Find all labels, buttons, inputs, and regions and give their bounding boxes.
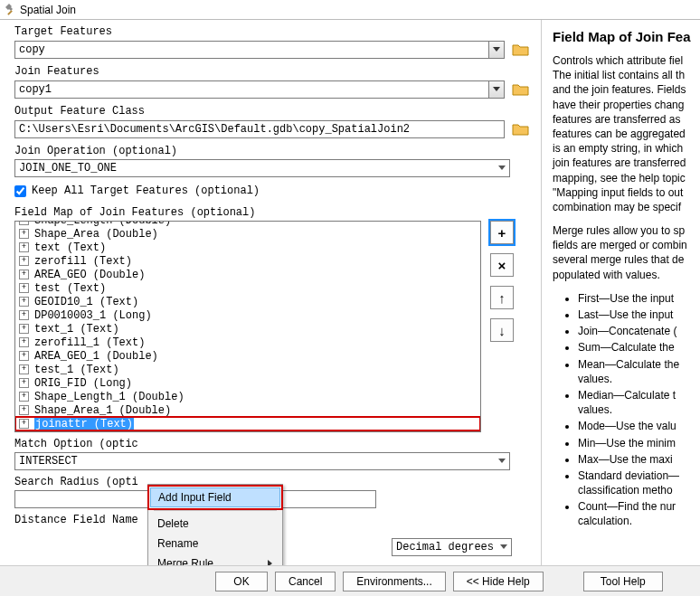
chevron-down-icon[interactable] — [494, 160, 509, 176]
help-bullet: Join—Concatenate ( — [578, 324, 695, 338]
tree-expand-icon[interactable]: + — [19, 392, 29, 402]
help-para1: Controls which attribute fiel The initia… — [553, 53, 695, 214]
units-value: Decimal degrees — [396, 541, 494, 553]
remove-field-button[interactable]: × — [490, 253, 514, 277]
label-fieldmap: Field Map of Join Features (optional) — [14, 206, 532, 219]
move-down-button[interactable]: ↓ — [490, 318, 514, 342]
browse-target-button[interactable] — [510, 40, 532, 60]
label-keep-all: Keep All Target Features (optional) — [32, 184, 260, 197]
tree-expand-icon[interactable]: + — [19, 283, 29, 293]
cm-rename[interactable]: Rename — [150, 534, 280, 553]
tree-expand-icon[interactable]: + — [19, 229, 29, 239]
join-operation-dropdown[interactable]: JOIN_ONE_TO_ONE — [14, 159, 510, 177]
fieldmap-item[interactable]: +text (Text) — [15, 241, 480, 254]
label-join-op: Join Operation (optional) — [14, 145, 532, 157]
chevron-down-icon[interactable] — [496, 539, 511, 555]
fieldmap-item-label: text_1 (Text) — [34, 323, 119, 336]
help-bullet: Median—Calculate t values. — [578, 388, 695, 417]
cm-merge-rule-label: Merge Rule — [157, 557, 213, 565]
fieldmap-item-label: text (Text) — [34, 241, 106, 254]
match-option-dropdown[interactable]: INTERSECT — [14, 452, 510, 470]
help-bullet-list: First—Use the inputLast—Use the inputJoi… — [553, 291, 695, 529]
fieldmap-item[interactable]: +joinattr (Text) — [15, 417, 480, 430]
fieldmap-item[interactable]: +Shape_Length (Double) — [15, 221, 480, 227]
fieldmap-item[interactable]: +test (Text) — [15, 281, 480, 295]
help-para2: Merge rules allow you to sp fields are m… — [553, 223, 695, 282]
submenu-arrow-icon — [268, 557, 273, 565]
tree-expand-icon[interactable]: + — [19, 297, 29, 307]
fieldmap-item-label: DP0010003_1 (Long) — [34, 309, 152, 322]
browse-output-button[interactable] — [510, 119, 532, 139]
fieldmap-item-label: test_1 (Text) — [34, 364, 119, 376]
help-bullet: Standard deviation— classification metho — [578, 468, 695, 497]
fieldmap-item-label: Shape_Length (Double) — [34, 221, 171, 227]
fieldmap-item[interactable]: +Shape_Area (Double) — [15, 227, 480, 241]
chevron-down-icon[interactable] — [488, 81, 504, 98]
tree-expand-icon[interactable]: + — [19, 419, 29, 429]
fieldmap-item[interactable]: +test_1 (Text) — [15, 363, 480, 376]
chevron-down-icon[interactable] — [488, 42, 504, 58]
target-features-dropdown[interactable]: copy — [14, 41, 505, 59]
help-heading: Field Map of Join Fea — [553, 29, 695, 44]
svg-rect-0 — [7, 10, 13, 15]
fieldmap-item[interactable]: +DP0010003_1 (Long) — [15, 308, 480, 322]
tree-expand-icon[interactable]: + — [19, 242, 29, 252]
fieldmap-item-label: Shape_Length_1 (Double) — [34, 391, 184, 403]
fieldmap-item[interactable]: +zerofill_1 (Text) — [15, 336, 480, 349]
output-fc-input[interactable] — [14, 120, 505, 138]
tree-expand-icon[interactable]: + — [19, 364, 29, 374]
fieldmap-item[interactable]: +GEOID10_1 (Text) — [15, 295, 480, 308]
move-up-button[interactable]: ↑ — [490, 286, 514, 309]
cm-merge-rule[interactable]: Merge Rule — [150, 553, 280, 565]
units-dropdown[interactable]: Decimal degrees — [392, 538, 512, 556]
tree-expand-icon[interactable]: + — [19, 221, 29, 225]
help-bullet: Sum—Calculate the — [578, 340, 695, 355]
fieldmap-item[interactable]: +Shape_Length_1 (Double) — [15, 390, 480, 403]
add-field-button[interactable]: + — [490, 221, 514, 244]
join-op-value: JOIN_ONE_TO_ONE — [19, 162, 117, 175]
fieldmap-item-label: joinattr (Text) — [34, 418, 134, 430]
tree-expand-icon[interactable]: + — [19, 378, 29, 388]
label-join-features: Join Features — [14, 65, 532, 78]
fieldmap-item[interactable]: +zerofill (Text) — [15, 254, 480, 268]
fieldmap-item-label: zerofill_1 (Text) — [34, 336, 145, 349]
tree-expand-icon[interactable]: + — [19, 351, 29, 361]
cm-add-input-field[interactable]: Add Input Field — [150, 487, 280, 507]
join-features-value: copy1 — [19, 83, 52, 96]
fieldmap-item-label: zerofill (Text) — [34, 255, 132, 268]
tree-expand-icon[interactable]: + — [19, 324, 29, 334]
ok-button[interactable]: OK — [215, 572, 268, 591]
tree-expand-icon[interactable]: + — [19, 337, 29, 347]
fieldmap-tree[interactable]: +DP0010003 (Long)+Shape_Length (Double)+… — [14, 221, 481, 432]
fieldmap-item[interactable]: +text_1 (Text) — [15, 322, 480, 336]
cancel-button[interactable]: Cancel — [275, 572, 336, 591]
cm-delete[interactable]: Delete — [150, 514, 280, 534]
help-bullet: Mean—Calculate the values. — [578, 357, 695, 386]
chevron-down-icon[interactable] — [494, 453, 509, 469]
fieldmap-item-label: Shape_Area_1 (Double) — [34, 404, 171, 417]
fieldmap-item-label: test (Text) — [34, 282, 106, 295]
fieldmap-item[interactable]: +Shape_Area_1 (Double) — [15, 403, 480, 417]
fieldmap-item[interactable]: +AREA_GEO (Double) — [15, 268, 480, 281]
help-bullet: Last—Use the input — [578, 307, 695, 322]
help-bullet: Count—Find the nur calculation. — [578, 499, 695, 528]
hide-help-button[interactable]: << Hide Help — [453, 572, 544, 591]
tree-expand-icon[interactable]: + — [19, 256, 29, 266]
titlebar: Spatial Join — [0, 0, 700, 20]
join-features-dropdown[interactable]: copy1 — [14, 80, 505, 99]
fieldmap-item-label: ORIG_FID (Long) — [34, 377, 132, 390]
browse-join-button[interactable] — [510, 80, 532, 99]
match-option-value: INTERSECT — [19, 455, 78, 468]
fieldmap-item-label: AREA_GEO (Double) — [34, 269, 145, 281]
tool-help-button[interactable]: Tool Help — [583, 572, 663, 591]
fieldmap-item[interactable]: +ORIG_FID (Long) — [15, 376, 480, 390]
keep-all-checkbox[interactable] — [14, 185, 26, 197]
fieldmap-item[interactable]: +AREA_GEO_1 (Double) — [15, 349, 480, 363]
tree-expand-icon[interactable]: + — [19, 310, 29, 320]
context-menu: Add Input Field Delete Rename Merge Rule… — [147, 484, 283, 565]
help-bullet: Mode—Use the valu — [578, 419, 695, 433]
label-match-option: Match Option (optic — [14, 438, 532, 450]
tree-expand-icon[interactable]: + — [19, 405, 29, 415]
tree-expand-icon[interactable]: + — [19, 270, 29, 279]
environments-button[interactable]: Environments... — [343, 572, 445, 591]
